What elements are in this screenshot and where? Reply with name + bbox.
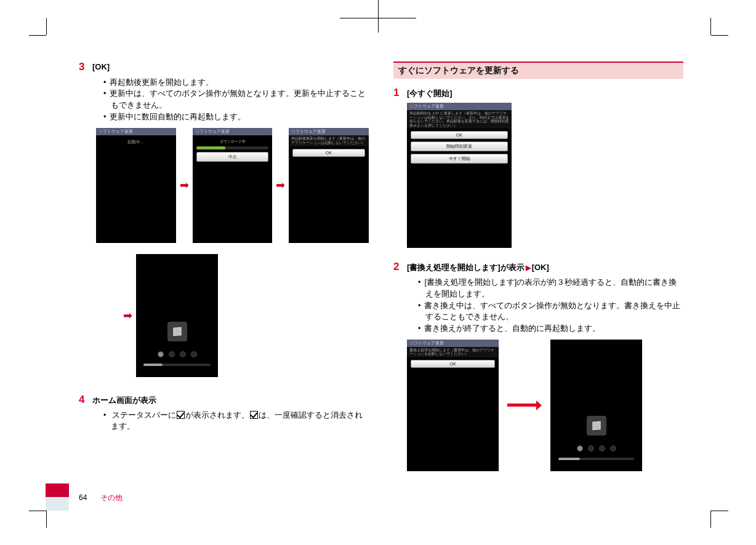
screen-text: ダウンロード中 <box>193 139 273 145</box>
step-2-header: 2 [書換え処理を開始します]が表示▶[OK] <box>393 261 683 273</box>
bullet: 更新中は、すべてのボタン操作が無効となります。更新を中止することもできません。 <box>103 88 369 111</box>
package-icon <box>587 416 606 436</box>
step-4-bullets: ステータスバーにが表示されます。は、一度確認すると消去されます。 <box>79 410 369 433</box>
screenshot-installing <box>136 254 218 377</box>
step-number: 3 <box>79 62 92 73</box>
crop-mark <box>710 18 711 35</box>
step-2-bullets: [書換え処理を開始します]の表示が約３秒経過すると、自動的に書き換えを開始します… <box>393 277 683 335</box>
bullet: [書換え処理を開始します]の表示が約３秒経過すると、自動的に書き換えを開始します… <box>418 277 683 300</box>
step-title: [OK] <box>92 62 110 71</box>
page-tab <box>46 497 69 511</box>
checkmark-icon <box>177 411 185 419</box>
page-dots <box>577 445 616 452</box>
arrow-right-icon: ➡ <box>123 309 132 322</box>
crop-mark <box>711 511 728 511</box>
step-title: [今すぐ開始] <box>407 87 452 99</box>
left-column: 3 [OK] 再起動後更新を開始します。 更新中は、すべてのボタン操作が無効とな… <box>79 62 369 471</box>
title-part-b: [OK] <box>532 263 549 272</box>
bullet: 書き換え中は、すべてのボタン操作が無効となります。書き換えを中止することもできま… <box>418 300 683 324</box>
checkmark-icon <box>250 411 258 419</box>
page-number: 64 <box>79 493 87 502</box>
step-title: [書換え処理を開始します]が表示▶[OK] <box>407 261 549 273</box>
progress-bar <box>143 364 211 366</box>
crop-mark <box>29 511 46 511</box>
boot-screen <box>136 254 218 377</box>
screenshot-downloading: ソフトウェア更新 ダウンロード中 中止 <box>193 128 273 243</box>
text: ステータスバーに <box>112 411 176 420</box>
screen-message: 書換え処理を開始します（書替中は、他のアプリケーションを起動しないでください） <box>407 347 499 357</box>
step-number: 1 <box>393 87 407 99</box>
progress-bar <box>196 146 269 149</box>
step-3-screens-row2: ➡ <box>123 254 369 377</box>
step-number: 4 <box>79 394 92 406</box>
step-title: ホーム画面が表示 <box>92 394 156 406</box>
crop-mark <box>46 18 47 35</box>
step-number: 2 <box>393 261 407 273</box>
start-now-button[interactable]: 今すぐ開始 <box>411 154 508 164</box>
screen-text: 起動中... <box>96 139 176 145</box>
arrow-right-icon: ➡ <box>180 178 189 192</box>
section-heading: すぐにソフトウェアを更新する <box>393 62 683 79</box>
title-part-a: [書換え処理を開始します]が表示 <box>407 263 525 272</box>
screen-titlebar: ソフトウェア更新 <box>407 103 512 110</box>
page-footer: 64 その他 <box>79 493 123 503</box>
ok-button[interactable]: OK <box>292 149 365 157</box>
page-dots <box>158 351 197 357</box>
bullet: 書き換えが終了すると、自動的に再起動します。 <box>418 323 683 335</box>
step-1-header: 1 [今すぐ開始] <box>393 87 683 99</box>
crop-mark <box>711 35 728 36</box>
package-icon <box>167 322 187 341</box>
progress-bar <box>558 458 633 460</box>
screen-titlebar: ソフトウェア更新 <box>407 340 499 347</box>
crop-mark <box>29 35 46 36</box>
step-3-screens-row: ソフトウェア更新 起動中... ➡ ソフトウェア更新 ダウンロード中 中止 ➡ … <box>96 128 369 243</box>
arrow-right-icon <box>507 402 542 408</box>
text: が表示されます。 <box>185 411 249 420</box>
screen-titlebar: ソフトウェア更新 <box>96 128 176 135</box>
step-3-header: 3 [OK] <box>79 62 369 73</box>
bullet: ステータスバーにが表示されます。は、一度確認すると消去されます。 <box>103 410 369 433</box>
screen-titlebar: ソフトウェア更新 <box>193 128 273 135</box>
boot-screen <box>550 340 642 471</box>
screen-titlebar: ソフトウェア更新 <box>289 128 369 135</box>
screen-message: 再起動時刻を 2:37 に更新します（更新中は、他のアプリケーションは起動しない… <box>407 110 512 129</box>
screenshot-rewrite-start: ソフトウェア更新 書換え処理を開始します（書替中は、他のアプリケーションを起動し… <box>407 340 499 471</box>
triangle-right-icon: ▶ <box>525 264 532 271</box>
ok-button[interactable]: OK <box>411 360 495 368</box>
right-column: すぐにソフトウェアを更新する 1 [今すぐ開始] ソフトウェア更新 再起動時刻を… <box>393 62 683 471</box>
arrow-right-icon: ➡ <box>276 178 285 192</box>
crop-mark <box>46 511 47 528</box>
columns: 3 [OK] 再起動後更新を開始します。 更新中は、すべてのボタン操作が無効とな… <box>46 34 710 471</box>
ok-button[interactable]: OK <box>411 131 508 139</box>
bullet: 再起動後更新を開始します。 <box>103 77 369 89</box>
step-1-screen-wrap: ソフトウェア更新 再起動時刻を 2:37 に更新します（更新中は、他のアプリケー… <box>407 103 683 248</box>
screenshot-confirm: ソフトウェア更新 再起動後更新を開始します（更新中は、他のアプリケーションは起動… <box>289 128 369 243</box>
step-2-screens-row: ソフトウェア更新 書換え処理を開始します（書替中は、他のアプリケーションを起動し… <box>407 340 683 471</box>
crop-mark <box>378 0 379 33</box>
screenshot-installing <box>550 340 642 471</box>
screen-message: 再起動後更新を開始します（更新中は、他のアプリケーションは起動しないでください） <box>289 135 369 146</box>
step-3-bullets: 再起動後更新を開始します。 更新中は、すべてのボタン操作が無効となります。更新を… <box>79 77 369 123</box>
bullet: 更新中に数回自動的に再起動します。 <box>103 111 369 123</box>
change-time-button[interactable]: 開始時刻変更 <box>411 141 508 151</box>
screenshot-schedule: ソフトウェア更新 再起動時刻を 2:37 に更新します（更新中は、他のアプリケー… <box>407 103 512 248</box>
section-label: その他 <box>100 493 123 502</box>
screenshot-booting: ソフトウェア更新 起動中... <box>96 128 176 243</box>
page: 3 [OK] 再起動後更新を開始します。 更新中は、すべてのボタン操作が無効とな… <box>46 34 710 511</box>
crop-mark <box>710 511 711 528</box>
cancel-button[interactable]: 中止 <box>196 152 269 162</box>
step-4-header: 4 ホーム画面が表示 <box>79 394 369 406</box>
